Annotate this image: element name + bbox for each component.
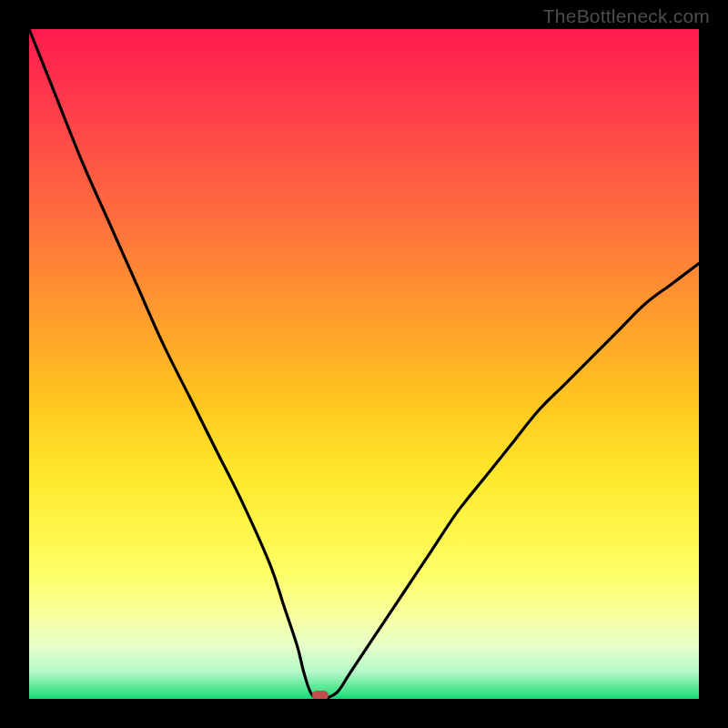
- optimal-point-marker: [312, 691, 329, 699]
- bottleneck-curve: [29, 29, 699, 699]
- watermark-text: TheBottleneck.com: [543, 5, 710, 27]
- chart-frame: TheBottleneck.com: [0, 0, 728, 728]
- plot-area: [29, 29, 699, 699]
